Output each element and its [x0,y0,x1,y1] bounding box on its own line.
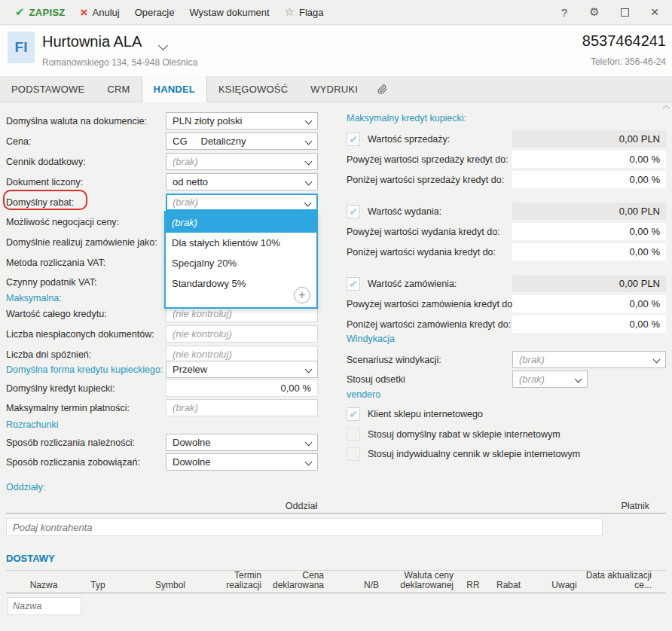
price-select[interactable]: CG Detaliczny [166,133,318,150]
receivables-settlement-select[interactable]: Dowolne [166,434,318,451]
issue-document-menu[interactable]: Wystaw dokument [182,0,276,25]
paperclip-icon[interactable] [369,76,396,102]
gear-icon[interactable]: ⚙ [585,5,604,19]
save-button[interactable]: ✔ ZAPISZ [8,0,73,25]
cancel-button[interactable]: × Anuluj [73,0,127,25]
default-credit-input[interactable]: 0,00 % [166,380,318,397]
field-row-max-payment-term: Maksymalny termin płatności: (brak) [6,399,318,416]
debt-scenario-select[interactable]: (brak) [512,351,666,368]
tab-crm[interactable]: CRM [96,76,141,102]
tab-wydruki[interactable]: WYDRUKI [299,76,369,102]
sales-above-row: Powyżej wartości sprzedaży kredyt do: 0,… [347,151,666,168]
sales-below-row: Poniżej wartości sprzedaży kredyt do: 0,… [347,171,666,188]
close-icon: × [81,6,88,19]
individual-pricelist-shop-checkbox[interactable] [347,447,360,461]
order-value-amount: 0,00 PLN [512,275,666,292]
sales-below-input[interactable]: 0,00 % [512,171,666,188]
credit-form-select[interactable]: Przelew [166,361,318,378]
payer-column-header: Płatnik [621,501,649,511]
max-credit-link[interactable]: Maksymalny kredyt kupiecki: [347,113,466,123]
extra-pricelist-select[interactable]: (brak) [166,153,318,170]
chevron-down-icon [304,200,312,207]
check-icon: ✔ [349,409,358,419]
field-label: Wartość wydania: [368,206,441,217]
sales-value-amount: 0,00 PLN [512,130,666,148]
chevron-down-icon [305,366,313,373]
input-value: (nie kontroluj) [173,328,232,340]
individual-pricelist-shop-row: Stosuj indywidualny cennik w sklepie int… [347,447,666,462]
chevron-down-icon [653,356,661,364]
dropdown-option[interactable]: Dla stałych klientów 10% [166,233,316,253]
field-label: Poniżej wartości zamówienia kredyt do: [347,319,511,330]
tab-podstawowe[interactable]: PODSTAWOWE [0,76,96,102]
vendero-link[interactable]: vendero [347,389,380,400]
default-currency-select[interactable]: PLN złoty polski [166,112,318,130]
release-above-row: Powyżej wartości wydania kredyt do: 0,00… [347,223,666,240]
debt-scenario-row: Scenariusz windykacji: (brak) [347,351,666,368]
branch-search-input[interactable] [6,518,603,536]
windykacja-link[interactable]: Windykacja [347,334,395,344]
tab-ksiegowosc[interactable]: KSIĘGOWOŚĆ [207,76,299,102]
col-cena-deklarowana: Cena deklarowana [265,571,324,590]
document-calc-select[interactable]: od netto [166,173,318,191]
select-value-2: Detaliczny [201,136,246,147]
sales-value-checkbox[interactable]: ✔ [347,133,360,146]
rozrachunki-link[interactable]: Rozrachunki [6,419,58,430]
credit-form-link[interactable]: Domyślna forma kredytu kupieckiego: [6,364,163,375]
unpaid-documents-input[interactable]: (nie kontroluj) [166,325,318,343]
release-above-input[interactable]: 0,00 % [512,223,666,240]
maximize-icon[interactable] [615,6,634,19]
deliveries-title: DOSTAWY [6,553,55,564]
issue-document-label: Wystaw dokument [189,7,269,18]
max-payment-term-input[interactable]: (brak) [166,399,318,416]
delivery-name-input[interactable] [8,597,81,615]
field-row-default-credit: Domyślny kredyt kupiecki: 0,00 % [6,380,318,397]
field-label: Wartość zamówienia: [368,279,457,289]
field-label: Sposób rozliczania zobowiązań: [6,457,140,468]
order-value-checkbox[interactable]: ✔ [347,277,360,291]
field-row-extra-pricelist: Cennik dodatkowy: (brak) [6,153,318,170]
sales-above-input[interactable]: 0,00 % [512,151,666,168]
online-shop-client-checkbox[interactable]: ✔ [347,407,360,421]
order-above-input[interactable]: 0,00 % [512,295,666,312]
plus-icon[interactable]: + [294,287,310,303]
default-discount-shop-checkbox[interactable] [347,428,360,441]
operations-menu[interactable]: Operacje [127,0,182,25]
sales-value-row: ✔ Wartość sprzedaży: 0,00 PLN [347,130,666,148]
branches-link[interactable]: Oddziały: [6,482,45,492]
online-shop-client-row: ✔ Klient sklepu internetowego [347,407,666,422]
field-label: Wartość całego kredytu: [6,309,107,319]
window-close-icon[interactable]: × [645,4,664,20]
field-row-rozrachunki: Rozrachunki [6,419,318,431]
scroll-up-icon[interactable] [663,105,670,113]
select-value: (brak) [519,373,545,385]
interest-row: Stosuj odsetki (brak) [347,370,666,388]
company-name: Hurtownia ALA [42,33,142,50]
input-value: (nie kontroluj) [173,349,232,360]
order-below-input[interactable]: 0,00 % [512,316,666,333]
select-value: Dowolne [173,456,211,468]
field-label: Cennik dodatkowy: [6,157,86,167]
field-label: Liczba dni spóźnień: [6,349,91,360]
input-value: (brak) [173,402,198,413]
divider [6,593,666,593]
maksymalna-link[interactable]: Maksymalna: [6,293,62,303]
checkbox-label: Klient sklepu internetowego [368,409,483,419]
release-below-input[interactable]: 0,00 % [512,243,666,261]
chevron-down-icon [305,158,313,166]
flag-button[interactable]: ☆ Flaga [277,0,331,25]
field-label: Powyżej wartości wydania kredyt do: [347,227,500,237]
field-row-unpaid-documents: Liczba niespłaconych dokumentów: (nie ko… [6,325,318,343]
help-icon[interactable]: ? [554,6,574,19]
dropdown-option[interactable]: Specjalny 20% [166,253,316,273]
interest-select[interactable]: (brak) [512,370,588,388]
checkbox-label: Stosuj domyślny rabat w sklepie internet… [368,429,561,440]
tab-handel[interactable]: HANDEL [142,76,207,102]
liabilities-settlement-select[interactable]: Dowolne [166,453,318,471]
dropdown-option-selected[interactable]: (brak) [166,212,316,233]
chevron-down-icon[interactable] [158,41,168,50]
release-value-checkbox[interactable]: ✔ [347,205,360,218]
default-discount-select[interactable]: (brak) [166,194,318,211]
dropdown-option[interactable]: Standardowy 5% [166,273,316,294]
chevron-down-icon [305,178,313,186]
